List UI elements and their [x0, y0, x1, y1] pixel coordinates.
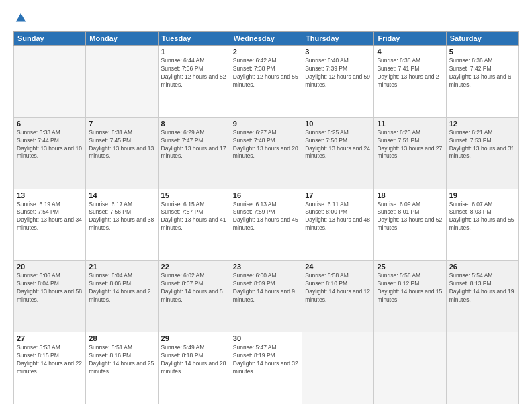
calendar-cell: 29Sunrise: 5:49 AMSunset: 8:18 PMDayligh…	[158, 332, 230, 404]
day-number: 8	[161, 120, 227, 128]
day-number: 11	[377, 120, 443, 128]
day-number: 4	[377, 48, 443, 56]
weekday-sunday: Sunday	[14, 32, 86, 46]
day-number: 2	[233, 48, 299, 56]
svg-marker-0	[16, 13, 26, 22]
day-number: 27	[17, 334, 83, 342]
calendar-cell: 5Sunrise: 6:36 AMSunset: 7:42 PMDaylight…	[446, 46, 518, 118]
day-number: 18	[377, 191, 443, 199]
header	[13, 12, 519, 24]
day-info: Sunrise: 6:44 AMSunset: 7:36 PMDaylight:…	[161, 57, 227, 89]
calendar-cell: 23Sunrise: 6:00 AMSunset: 8:09 PMDayligh…	[230, 261, 302, 332]
day-info: Sunrise: 6:15 AMSunset: 7:57 PMDaylight:…	[161, 201, 227, 233]
calendar-cell: 8Sunrise: 6:29 AMSunset: 7:47 PMDaylight…	[158, 117, 230, 189]
weekday-saturday: Saturday	[446, 32, 518, 46]
weekday-tuesday: Tuesday	[158, 32, 230, 46]
weekday-header-row: SundayMondayTuesdayWednesdayThursdayFrid…	[14, 32, 519, 46]
calendar-cell	[14, 46, 86, 118]
calendar-cell: 11Sunrise: 6:23 AMSunset: 7:51 PMDayligh…	[374, 117, 446, 189]
calendar-cell: 21Sunrise: 6:04 AMSunset: 8:06 PMDayligh…	[86, 261, 158, 332]
day-number: 10	[305, 120, 371, 128]
day-number: 16	[233, 191, 299, 199]
day-info: Sunrise: 6:36 AMSunset: 7:42 PMDaylight:…	[449, 57, 515, 89]
calendar-table: SundayMondayTuesdayWednesdayThursdayFrid…	[13, 31, 519, 404]
weekday-wednesday: Wednesday	[230, 32, 302, 46]
calendar-cell: 1Sunrise: 6:44 AMSunset: 7:36 PMDaylight…	[158, 46, 230, 118]
week-row-2: 6Sunrise: 6:33 AMSunset: 7:44 PMDaylight…	[14, 117, 519, 189]
calendar-cell	[446, 332, 518, 404]
calendar-cell: 15Sunrise: 6:15 AMSunset: 7:57 PMDayligh…	[158, 189, 230, 261]
day-info: Sunrise: 6:25 AMSunset: 7:50 PMDaylight:…	[305, 129, 371, 161]
day-info: Sunrise: 5:49 AMSunset: 8:18 PMDaylight:…	[161, 344, 227, 376]
calendar-cell: 22Sunrise: 6:02 AMSunset: 8:07 PMDayligh…	[158, 261, 230, 332]
day-number: 14	[89, 191, 154, 199]
calendar-cell: 3Sunrise: 6:40 AMSunset: 7:39 PMDaylight…	[302, 46, 374, 118]
day-number: 3	[305, 48, 371, 56]
day-number: 13	[17, 191, 83, 199]
day-number: 1	[161, 48, 227, 56]
day-number: 7	[89, 120, 154, 128]
day-info: Sunrise: 5:58 AMSunset: 8:10 PMDaylight:…	[305, 272, 371, 304]
day-info: Sunrise: 6:09 AMSunset: 8:01 PMDaylight:…	[377, 201, 443, 233]
week-row-1: 1Sunrise: 6:44 AMSunset: 7:36 PMDaylight…	[14, 46, 519, 118]
day-number: 22	[161, 263, 227, 271]
day-number: 12	[449, 120, 515, 128]
day-number: 20	[17, 263, 83, 271]
calendar-cell: 27Sunrise: 5:53 AMSunset: 8:15 PMDayligh…	[14, 332, 86, 404]
day-info: Sunrise: 5:54 AMSunset: 8:13 PMDaylight:…	[449, 272, 515, 304]
day-info: Sunrise: 6:07 AMSunset: 8:03 PMDaylight:…	[449, 201, 515, 233]
calendar-cell: 28Sunrise: 5:51 AMSunset: 8:16 PMDayligh…	[86, 332, 158, 404]
calendar-cell: 16Sunrise: 6:13 AMSunset: 7:59 PMDayligh…	[230, 189, 302, 261]
day-info: Sunrise: 6:02 AMSunset: 8:07 PMDaylight:…	[161, 272, 227, 304]
calendar-cell: 9Sunrise: 6:27 AMSunset: 7:48 PMDaylight…	[230, 117, 302, 189]
day-info: Sunrise: 6:29 AMSunset: 7:47 PMDaylight:…	[161, 129, 227, 161]
calendar-cell	[374, 332, 446, 404]
day-number: 29	[161, 334, 227, 342]
calendar-cell	[302, 332, 374, 404]
day-number: 21	[89, 263, 154, 271]
day-number: 23	[233, 263, 299, 271]
day-info: Sunrise: 6:11 AMSunset: 8:00 PMDaylight:…	[305, 201, 371, 233]
calendar-cell: 14Sunrise: 6:17 AMSunset: 7:56 PMDayligh…	[86, 189, 158, 261]
calendar-cell	[86, 46, 158, 118]
calendar-cell: 24Sunrise: 5:58 AMSunset: 8:10 PMDayligh…	[302, 261, 374, 332]
day-info: Sunrise: 6:00 AMSunset: 8:09 PMDaylight:…	[233, 272, 299, 304]
calendar-cell: 19Sunrise: 6:07 AMSunset: 8:03 PMDayligh…	[446, 189, 518, 261]
day-info: Sunrise: 6:21 AMSunset: 7:53 PMDaylight:…	[449, 129, 515, 161]
calendar-cell: 20Sunrise: 6:06 AMSunset: 8:04 PMDayligh…	[14, 261, 86, 332]
day-info: Sunrise: 6:06 AMSunset: 8:04 PMDaylight:…	[17, 272, 83, 304]
calendar-cell: 25Sunrise: 5:56 AMSunset: 8:12 PMDayligh…	[374, 261, 446, 332]
day-number: 25	[377, 263, 443, 271]
day-info: Sunrise: 6:13 AMSunset: 7:59 PMDaylight:…	[233, 201, 299, 233]
calendar-cell: 7Sunrise: 6:31 AMSunset: 7:45 PMDaylight…	[86, 117, 158, 189]
calendar-cell: 18Sunrise: 6:09 AMSunset: 8:01 PMDayligh…	[374, 189, 446, 261]
day-number: 28	[89, 334, 154, 342]
calendar-cell: 4Sunrise: 6:38 AMSunset: 7:41 PMDaylight…	[374, 46, 446, 118]
week-row-5: 27Sunrise: 5:53 AMSunset: 8:15 PMDayligh…	[14, 332, 519, 404]
logo-icon	[15, 12, 27, 24]
day-info: Sunrise: 6:40 AMSunset: 7:39 PMDaylight:…	[305, 57, 371, 89]
day-info: Sunrise: 5:51 AMSunset: 8:16 PMDaylight:…	[89, 344, 154, 376]
week-row-3: 13Sunrise: 6:19 AMSunset: 7:54 PMDayligh…	[14, 189, 519, 261]
day-info: Sunrise: 5:47 AMSunset: 8:19 PMDaylight:…	[233, 344, 299, 376]
day-number: 17	[305, 191, 371, 199]
weekday-monday: Monday	[86, 32, 158, 46]
day-info: Sunrise: 6:19 AMSunset: 7:54 PMDaylight:…	[17, 201, 83, 233]
day-info: Sunrise: 6:42 AMSunset: 7:38 PMDaylight:…	[233, 57, 299, 89]
day-number: 26	[449, 263, 515, 271]
calendar-cell: 2Sunrise: 6:42 AMSunset: 7:38 PMDaylight…	[230, 46, 302, 118]
weekday-friday: Friday	[374, 32, 446, 46]
day-number: 9	[233, 120, 299, 128]
calendar-cell: 6Sunrise: 6:33 AMSunset: 7:44 PMDaylight…	[14, 117, 86, 189]
day-number: 5	[449, 48, 515, 56]
day-info: Sunrise: 6:17 AMSunset: 7:56 PMDaylight:…	[89, 201, 154, 233]
calendar-cell: 13Sunrise: 6:19 AMSunset: 7:54 PMDayligh…	[14, 189, 86, 261]
weekday-thursday: Thursday	[302, 32, 374, 46]
day-info: Sunrise: 6:33 AMSunset: 7:44 PMDaylight:…	[17, 129, 83, 161]
logo	[13, 12, 27, 24]
day-info: Sunrise: 6:38 AMSunset: 7:41 PMDaylight:…	[377, 57, 443, 89]
day-info: Sunrise: 5:56 AMSunset: 8:12 PMDaylight:…	[377, 272, 443, 304]
calendar-cell: 30Sunrise: 5:47 AMSunset: 8:19 PMDayligh…	[230, 332, 302, 404]
day-number: 30	[233, 334, 299, 342]
week-row-4: 20Sunrise: 6:06 AMSunset: 8:04 PMDayligh…	[14, 261, 519, 332]
